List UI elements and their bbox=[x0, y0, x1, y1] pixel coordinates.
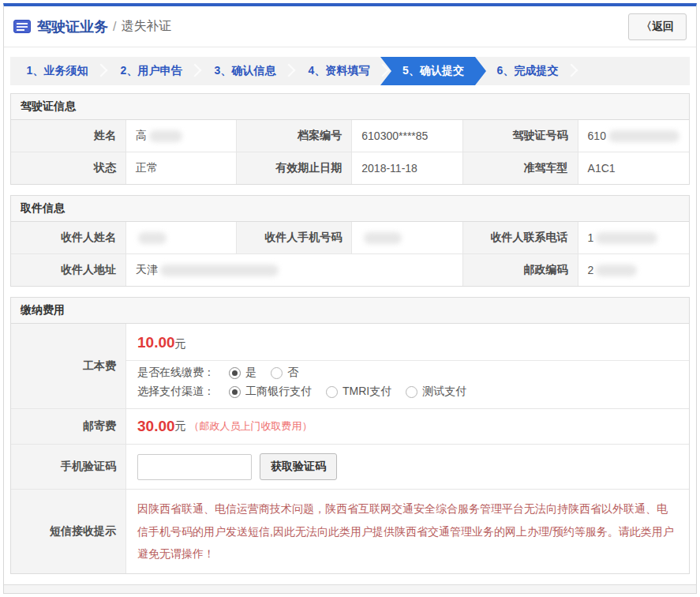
radio-online-no-label[interactable]: 否 bbox=[287, 366, 298, 380]
postage-fee-content: 30.00元 （邮政人员上门收取费用） bbox=[126, 409, 689, 444]
radio-channel-icbc-label[interactable]: 工商银行支付 bbox=[245, 385, 312, 399]
value-text: 610 bbox=[588, 130, 606, 142]
sms-code-row: 手机验证码 获取验证码 bbox=[11, 445, 689, 490]
value-text: 天津 bbox=[136, 263, 158, 277]
sms-code-content: 获取验证码 bbox=[126, 445, 689, 489]
radio-channel-test-label[interactable]: 测试支付 bbox=[422, 385, 466, 399]
sms-notice-text: 因陕西省联通、电信运营商技术问题，陕西省互联网交通安全综合服务管理平台无法向持陕… bbox=[126, 490, 689, 573]
redacted-value bbox=[596, 265, 637, 276]
step-label: 6、完成提交 bbox=[497, 64, 559, 78]
name-value: 高 bbox=[126, 120, 237, 152]
postal-code-value: 2 bbox=[578, 253, 689, 286]
section-title: 驾驶证信息 bbox=[11, 94, 689, 120]
work-fee-amount: 10.00 bbox=[137, 334, 175, 351]
license-info-section: 驾驶证信息 姓名 高 档案编号 610300****85 驾驶证号码 610 状… bbox=[10, 93, 690, 185]
step-6-finish-submit[interactable]: 6、完成提交 bbox=[481, 57, 575, 85]
postal-code-label: 邮政编码 bbox=[463, 253, 578, 286]
file-no-value: 610300****85 bbox=[352, 120, 462, 152]
name-label: 姓名 bbox=[11, 120, 126, 152]
fees-section: 缴纳费用 工本费 10.00元 是否在线缴费： 是 否 选择支付渠道： 工商银行… bbox=[10, 297, 690, 574]
redacted-value bbox=[149, 130, 182, 142]
step-1-business-notes[interactable]: 1、业务须知 bbox=[10, 57, 104, 85]
redacted-value bbox=[608, 130, 679, 142]
recipient-name-value bbox=[126, 222, 237, 253]
radio-channel-tmri-label[interactable]: TMRI支付 bbox=[343, 385, 391, 399]
chevron-right-icon bbox=[565, 64, 578, 77]
step-label: 1、业务须知 bbox=[27, 64, 88, 78]
work-fee-unit: 元 bbox=[175, 337, 186, 350]
recipient-phone-label: 收件人联系电话 bbox=[463, 222, 578, 253]
recipient-name-label: 收件人姓名 bbox=[11, 222, 126, 253]
license-business-icon bbox=[13, 20, 31, 33]
radio-online-no[interactable] bbox=[271, 367, 283, 379]
breadcrumb-divider: / bbox=[113, 20, 116, 34]
value-text: 2 bbox=[588, 264, 594, 276]
online-pay-question-line: 是否在线缴费： 是 否 bbox=[126, 361, 689, 380]
redacted-value bbox=[160, 265, 279, 276]
work-fee-row: 工本费 10.00元 是否在线缴费： 是 否 选择支付渠道： 工商银行支付 TM… bbox=[11, 324, 689, 409]
radio-online-yes[interactable] bbox=[229, 367, 241, 379]
section-title: 缴纳费用 bbox=[11, 298, 689, 324]
table-row: 收件人地址 天津 邮政编码 2 bbox=[11, 253, 689, 286]
step-2-user-declaration[interactable]: 2、用户申告 bbox=[104, 57, 198, 85]
value-text: 高 bbox=[136, 129, 147, 143]
sms-notice-label: 短信接收提示 bbox=[11, 490, 126, 573]
table-row: 收件人姓名 收件人手机号码 收件人联系电话 1 bbox=[11, 222, 689, 253]
sms-code-input[interactable] bbox=[137, 454, 252, 480]
back-button[interactable]: 〈返回 bbox=[628, 13, 687, 40]
postage-fee-note: （邮政人员上门收取费用） bbox=[189, 419, 313, 434]
status-value: 正常 bbox=[126, 152, 237, 184]
postage-fee-row: 邮寄费 30.00元 （邮政人员上门收取费用） bbox=[11, 409, 689, 445]
file-no-label: 档案编号 bbox=[237, 120, 352, 152]
redacted-value bbox=[596, 232, 657, 244]
online-pay-question: 是否在线缴费： bbox=[137, 366, 215, 380]
work-fee-content: 10.00元 是否在线缴费： 是 否 选择支付渠道： 工商银行支付 TMRI支付… bbox=[126, 324, 689, 408]
recipient-mobile-label: 收件人手机号码 bbox=[237, 222, 352, 253]
value-text: 1 bbox=[588, 231, 594, 244]
sms-code-label: 手机验证码 bbox=[11, 445, 126, 489]
radio-channel-test[interactable] bbox=[406, 386, 417, 398]
step-wizard: 1、业务须知 2、用户申告 3、确认信息 4、资料填写 5、确认提交 6、完成提… bbox=[10, 57, 690, 85]
valid-until-label: 有效期止日期 bbox=[237, 152, 352, 184]
breadcrumb-current: 遗失补证 bbox=[121, 18, 171, 35]
step-label: 2、用户申告 bbox=[121, 64, 182, 78]
pay-channel-question: 选择支付渠道： bbox=[137, 385, 215, 399]
section-title: 取件信息 bbox=[11, 196, 689, 222]
license-no-value: 610 bbox=[578, 120, 689, 152]
valid-until-value: 2018-11-18 bbox=[352, 152, 462, 184]
recipient-address-label: 收件人地址 bbox=[11, 253, 126, 286]
postage-fee-amount: 30.00 bbox=[137, 418, 175, 435]
step-3-confirm-info[interactable]: 3、确认信息 bbox=[198, 57, 292, 85]
status-label: 状态 bbox=[11, 152, 126, 184]
radio-channel-icbc[interactable] bbox=[229, 386, 241, 398]
radio-online-yes-label[interactable]: 是 bbox=[245, 366, 256, 380]
step-label: 3、确认信息 bbox=[215, 64, 276, 78]
header: 驾驶证业务 / 遗失补证 〈返回 bbox=[4, 6, 696, 47]
step-5-confirm-submit-active[interactable]: 5、确认提交 bbox=[380, 57, 486, 85]
work-fee-label: 工本费 bbox=[11, 324, 126, 408]
postage-fee-label: 邮寄费 bbox=[11, 409, 126, 444]
table-row: 姓名 高 档案编号 610300****85 驾驶证号码 610 bbox=[11, 120, 689, 152]
recipient-phone-value: 1 bbox=[578, 222, 689, 253]
pickup-info-section: 取件信息 收件人姓名 收件人手机号码 收件人联系电话 1 收件人地址 天津 邮政… bbox=[10, 195, 690, 287]
step-label: 4、资料填写 bbox=[309, 64, 370, 78]
postage-fee-unit: 元 bbox=[175, 419, 186, 434]
vehicle-class-value: A1C1 bbox=[578, 152, 689, 184]
vehicle-class-label: 准驾车型 bbox=[463, 152, 578, 184]
footer-bar: 上一步 完成 bbox=[4, 584, 696, 594]
page-title: 驾驶证业务 bbox=[37, 17, 108, 36]
pay-channel-line: 选择支付渠道： 工商银行支付 TMRI支付 测试支付 bbox=[126, 380, 689, 408]
recipient-address-value: 天津 bbox=[126, 253, 463, 286]
recipient-mobile-value bbox=[352, 222, 462, 253]
redacted-value bbox=[364, 232, 402, 244]
license-no-label: 驾驶证号码 bbox=[463, 120, 578, 152]
radio-channel-tmri[interactable] bbox=[326, 386, 338, 398]
get-code-button[interactable]: 获取验证码 bbox=[260, 453, 337, 480]
step-label: 5、确认提交 bbox=[402, 64, 464, 78]
main-panel: 驾驶证业务 / 遗失补证 〈返回 1、业务须知 2、用户申告 3、确认信息 4、… bbox=[3, 3, 697, 594]
redacted-value bbox=[138, 232, 167, 244]
work-fee-amount-line: 10.00元 bbox=[126, 324, 689, 361]
sms-notice-row: 短信接收提示 因陕西省联通、电信运营商技术问题，陕西省互联网交通安全综合服务管理… bbox=[11, 490, 689, 573]
table-row: 状态 正常 有效期止日期 2018-11-18 准驾车型 A1C1 bbox=[11, 152, 689, 184]
step-4-fill-data[interactable]: 4、资料填写 bbox=[292, 57, 386, 85]
